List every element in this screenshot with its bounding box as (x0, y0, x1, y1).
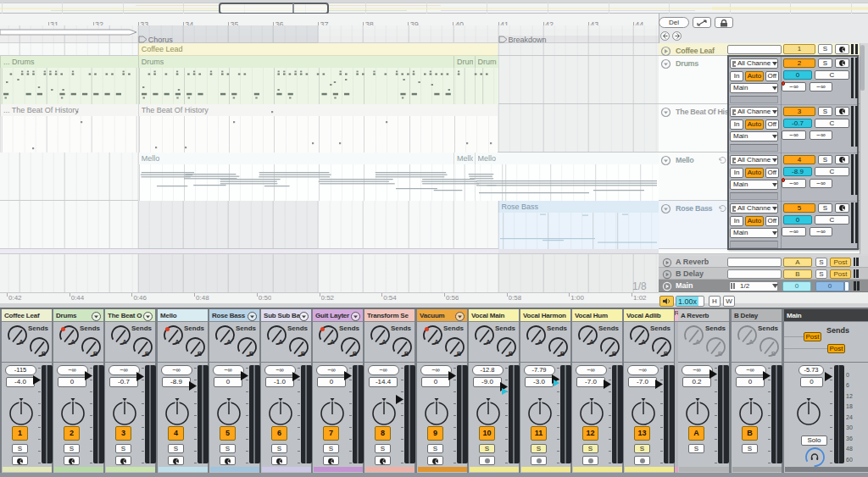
svg-text:B: B (353, 351, 357, 357)
svg-text:A: A (537, 339, 542, 345)
svg-text:A: A (19, 339, 23, 345)
svg-text:A: A (434, 339, 438, 345)
svg-text:B: B (718, 351, 722, 357)
svg-text:A: A (122, 339, 126, 345)
svg-text:B: B (612, 351, 616, 357)
svg-text:B: B (249, 351, 253, 357)
svg-text:A: A (589, 339, 593, 345)
svg-text:B: B (198, 351, 202, 357)
svg-text:A: A (175, 339, 179, 345)
svg-text:A: A (695, 339, 699, 345)
svg-text:B: B (560, 351, 565, 357)
svg-text:B: B (457, 351, 461, 357)
svg-text:A: A (641, 339, 645, 345)
svg-text:A: A (748, 339, 753, 345)
svg-text:A: A (278, 339, 282, 345)
svg-text:A: A (70, 339, 75, 345)
svg-text:A: A (486, 339, 490, 345)
svg-text:A: A (330, 339, 334, 345)
svg-text:B: B (145, 351, 149, 357)
svg-text:B: B (404, 351, 409, 357)
svg-text:B: B (664, 351, 668, 357)
svg-text:B: B (509, 351, 513, 357)
svg-text:A: A (226, 339, 231, 345)
svg-text:B: B (771, 351, 776, 357)
svg-text:A: A (381, 339, 386, 345)
svg-text:B: B (301, 351, 305, 357)
svg-text:B: B (93, 351, 97, 357)
svg-text:B: B (42, 351, 46, 357)
